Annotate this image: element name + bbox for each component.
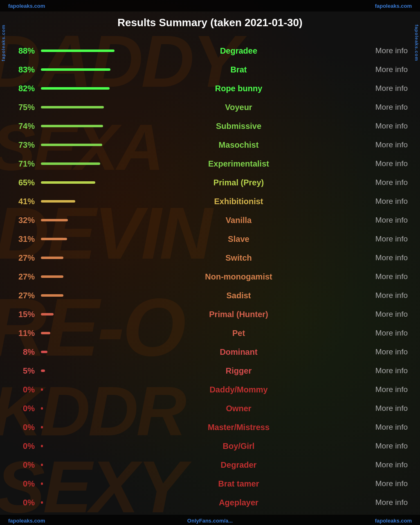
- bar-track: [41, 238, 123, 240]
- bar-cell: [41, 173, 131, 192]
- percent-cell: 27%: [8, 286, 41, 305]
- more-info-button[interactable]: More info: [346, 248, 412, 267]
- bar-track: [41, 219, 123, 221]
- label-cell: Rigger: [131, 361, 346, 380]
- table-row: 0%OwnerMore info: [8, 399, 412, 418]
- more-info-button[interactable]: More info: [346, 493, 412, 512]
- more-info-button[interactable]: More info: [346, 79, 412, 98]
- bar-cell: [41, 437, 131, 455]
- label-cell: Degrader: [131, 455, 346, 474]
- bar-cell: [41, 286, 131, 305]
- bar-track: [41, 106, 123, 108]
- bar-cell: [41, 305, 131, 324]
- percent-cell: 0%: [8, 399, 41, 418]
- more-info-button[interactable]: More info: [346, 41, 412, 60]
- percent-cell: 0%: [8, 437, 41, 455]
- bar-fill: [41, 332, 50, 334]
- bar-cell: [41, 211, 131, 230]
- table-row: 27%SadistMore info: [8, 286, 412, 305]
- percent-cell: 74%: [8, 117, 41, 135]
- percent-cell: 31%: [8, 230, 41, 248]
- bar-cell: [41, 324, 131, 342]
- bottom-link: OnlyFans.com/a...: [187, 518, 233, 524]
- top-watermark-right: fapoleaks.com: [375, 3, 412, 9]
- bar-track: [41, 482, 123, 485]
- more-info-button[interactable]: More info: [346, 437, 412, 455]
- bar-track: [41, 257, 123, 259]
- bar-fill: [41, 162, 100, 165]
- bottom-watermark-right: fapoleaks.com: [375, 518, 412, 524]
- bar-fill: [41, 257, 63, 259]
- more-info-button[interactable]: More info: [346, 230, 412, 248]
- bar-fill: [41, 125, 103, 127]
- table-row: 0%Master/MistressMore info: [8, 418, 412, 437]
- percent-cell: 41%: [8, 192, 41, 211]
- label-cell: Daddy/Mommy: [131, 380, 346, 399]
- more-info-button[interactable]: More info: [346, 474, 412, 493]
- more-info-button[interactable]: More info: [346, 342, 412, 361]
- more-info-button[interactable]: More info: [346, 418, 412, 437]
- bar-cell: [41, 230, 131, 248]
- bar-track: [41, 50, 123, 52]
- bar-cell: [41, 98, 131, 117]
- more-info-button[interactable]: More info: [346, 154, 412, 173]
- label-cell: Degradee: [131, 41, 346, 60]
- table-row: 0%DegraderMore info: [8, 455, 412, 474]
- more-info-button[interactable]: More info: [346, 361, 412, 380]
- table-row: 88%DegradeeMore info: [8, 41, 412, 60]
- more-info-button[interactable]: More info: [346, 117, 412, 135]
- bar-cell: [41, 60, 131, 79]
- more-info-button[interactable]: More info: [346, 380, 412, 399]
- table-row: 5%RiggerMore info: [8, 361, 412, 380]
- table-row: 15%Primal (Hunter)More info: [8, 305, 412, 324]
- more-info-button[interactable]: More info: [346, 60, 412, 79]
- percent-cell: 75%: [8, 98, 41, 117]
- bar-cell: [41, 117, 131, 135]
- bar-fill: [41, 445, 43, 447]
- main-content: Results Summary (taken 2021-01-30) 88%De…: [0, 0, 420, 525]
- percent-cell: 83%: [8, 60, 41, 79]
- more-info-button[interactable]: More info: [346, 399, 412, 418]
- bar-track: [41, 200, 123, 203]
- percent-cell: 88%: [8, 41, 41, 60]
- bar-cell: [41, 154, 131, 173]
- side-watermark-left: fapoleaks.com: [1, 25, 6, 61]
- top-watermark-bar: fapoleaks.com fapoleaks.com: [0, 0, 420, 11]
- label-cell: Rope bunny: [131, 79, 346, 98]
- bar-cell: [41, 41, 131, 60]
- bar-fill: [41, 294, 63, 297]
- bar-track: [41, 275, 123, 278]
- table-row: 75%VoyeurMore info: [8, 98, 412, 117]
- bar-cell: [41, 135, 131, 154]
- more-info-button[interactable]: More info: [346, 324, 412, 342]
- more-info-button[interactable]: More info: [346, 211, 412, 230]
- label-cell: Masochist: [131, 135, 346, 154]
- bar-track: [41, 87, 123, 90]
- bar-fill: [41, 275, 63, 278]
- top-watermark-left: fapoleaks.com: [8, 3, 45, 9]
- bar-track: [41, 407, 123, 410]
- more-info-button[interactable]: More info: [346, 173, 412, 192]
- label-cell: Slave: [131, 230, 346, 248]
- more-info-button[interactable]: More info: [346, 98, 412, 117]
- bar-fill: [41, 482, 43, 485]
- table-row: 8%DominantMore info: [8, 342, 412, 361]
- label-cell: Owner: [131, 399, 346, 418]
- percent-cell: 11%: [8, 324, 41, 342]
- table-row: 31%SlaveMore info: [8, 230, 412, 248]
- more-info-button[interactable]: More info: [346, 305, 412, 324]
- label-cell: Ageplayer: [131, 493, 346, 512]
- bar-cell: [41, 399, 131, 418]
- page-title: Results Summary (taken 2021-01-30): [8, 16, 412, 29]
- more-info-button[interactable]: More info: [346, 455, 412, 474]
- more-info-button[interactable]: More info: [346, 286, 412, 305]
- table-row: 11%PetMore info: [8, 324, 412, 342]
- bar-track: [41, 313, 123, 315]
- more-info-button[interactable]: More info: [346, 135, 412, 154]
- bar-track: [41, 426, 123, 428]
- label-cell: Vanilla: [131, 211, 346, 230]
- bottom-watermark-left: fapoleaks.com: [8, 518, 45, 524]
- label-cell: Experimentalist: [131, 154, 346, 173]
- more-info-button[interactable]: More info: [346, 192, 412, 211]
- more-info-button[interactable]: More info: [346, 267, 412, 286]
